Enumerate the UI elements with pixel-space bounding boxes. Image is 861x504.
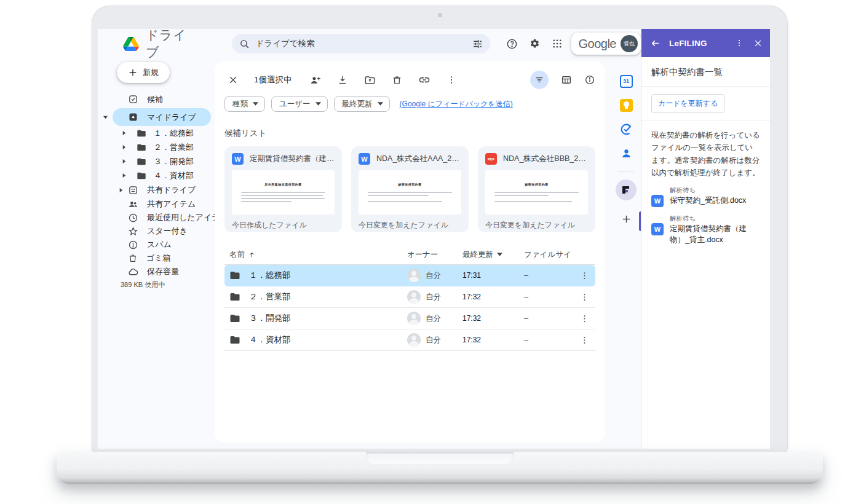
tasks-app-icon[interactable] bbox=[619, 122, 633, 136]
panel-description: 現在契約書の解析を行っているファイルの一覧を表示しています。通常契約書の解析は数… bbox=[641, 121, 770, 183]
expand-caret-icon[interactable] bbox=[103, 114, 108, 120]
add-panel-app-icon[interactable] bbox=[621, 214, 632, 227]
table-row[interactable]: ３．開発部 自分 17:32 – bbox=[224, 308, 595, 329]
search-input[interactable]: ドライブで検索 bbox=[232, 34, 490, 53]
settings-gear-icon[interactable] bbox=[529, 38, 541, 50]
get-link-icon[interactable] bbox=[418, 74, 430, 86]
table-row[interactable]: １．総務部 自分 17:31 – bbox=[224, 265, 595, 286]
star-icon bbox=[128, 226, 138, 237]
delete-icon[interactable] bbox=[392, 75, 402, 85]
share-person-add-icon[interactable] bbox=[309, 74, 321, 86]
panel-title: LeFILING bbox=[669, 39, 707, 48]
google-account-pill[interactable]: Google 哲也 bbox=[571, 33, 641, 55]
row-modified: 17:32 bbox=[462, 336, 524, 344]
filter-chip-user[interactable]: ユーザー bbox=[271, 96, 328, 112]
help-icon[interactable] bbox=[506, 38, 518, 50]
info-icon[interactable] bbox=[584, 74, 595, 85]
row-menu-icon[interactable] bbox=[573, 336, 595, 345]
suggested-file-card[interactable]: W 定期賃貸借契約書（建物）_貸... 居住用建物賃貸借契約書 今日作成したファ… bbox=[224, 146, 342, 232]
preview-doc-title: 秘密保持契約書 bbox=[398, 183, 422, 186]
filter-chip-type[interactable]: 種類 bbox=[224, 96, 265, 112]
suggested-file-card[interactable]: PDF NDA_株式会社BBB_230XXX.... 秘密保持契約書 今日変更を… bbox=[478, 146, 595, 232]
file-name: 保守契約_受託側.docx bbox=[670, 195, 746, 207]
sidebar-item-my-drive[interactable]: マイドライブ bbox=[113, 108, 211, 126]
row-menu-icon[interactable] bbox=[573, 293, 595, 302]
row-name-cell: １．総務部 bbox=[224, 270, 407, 281]
sort-ascending-icon bbox=[248, 251, 255, 258]
sidebar-item-label: 候補 bbox=[147, 94, 163, 105]
sidebar-item-trash[interactable]: ゴミ箱 bbox=[113, 251, 215, 265]
sidebar-folder-eigyo[interactable]: ２．営業部 bbox=[113, 140, 215, 154]
sidebar-folder-soumu[interactable]: １．総務部 bbox=[113, 126, 215, 140]
column-modified[interactable]: 最終更新 bbox=[462, 250, 524, 260]
collapsed-caret-icon[interactable] bbox=[121, 173, 127, 178]
card-header: W NDA_株式会社AAA_230XXX .... bbox=[359, 153, 461, 165]
card-caption: 今日変更を加えたファイル bbox=[359, 220, 461, 230]
lefiling-side-panel: LeFILING 解析中契約書一覧 カードを更新する 現在契約書の解析を行ってい… bbox=[641, 29, 770, 449]
card-caption: 今日変更を加えたファイル bbox=[485, 220, 588, 230]
my-drive-icon bbox=[128, 112, 138, 122]
row-menu-icon[interactable] bbox=[573, 271, 595, 280]
refresh-cards-button[interactable]: カードを更新する bbox=[651, 94, 724, 113]
collapsed-caret-icon[interactable] bbox=[121, 144, 127, 150]
analyzing-file-item[interactable]: W 解析待ち 保守契約_受託側.docx bbox=[651, 186, 760, 207]
back-arrow-icon[interactable] bbox=[650, 38, 661, 49]
sidebar-item-recent[interactable]: 最近使用したアイテム bbox=[113, 211, 215, 224]
collapsed-caret-icon[interactable] bbox=[121, 159, 127, 164]
owner-avatar bbox=[407, 333, 421, 347]
laptop-mockup: ドライブ ドライブで検索 bbox=[0, 0, 861, 504]
sidebar-item-shared-with-me[interactable]: 共有アイテム bbox=[113, 197, 215, 211]
drive-brand[interactable]: ドライブ bbox=[123, 29, 195, 61]
search-placeholder: ドライブで検索 bbox=[256, 38, 472, 49]
apps-grid-icon[interactable] bbox=[552, 38, 563, 49]
column-size[interactable]: ファイルサイ bbox=[524, 250, 573, 260]
more-actions-icon[interactable] bbox=[446, 75, 456, 85]
folder-icon bbox=[137, 171, 146, 181]
row-owner-cell: 自分 bbox=[407, 290, 462, 304]
clear-selection-icon[interactable] bbox=[228, 75, 238, 85]
move-to-folder-icon[interactable] bbox=[364, 74, 376, 86]
folder-icon bbox=[229, 313, 240, 324]
sidebar-folder-kaihatsu[interactable]: ３．開発部 bbox=[113, 154, 215, 168]
collapsed-caret-icon[interactable] bbox=[118, 187, 124, 193]
sidebar-item-suggested[interactable]: 候補 bbox=[113, 90, 211, 108]
column-name[interactable]: 名前 bbox=[224, 250, 407, 260]
sort-direction-icon bbox=[497, 253, 502, 256]
google-drive-app: ドライブ ドライブで検索 bbox=[98, 29, 641, 449]
selection-count: 1個選択中 bbox=[254, 74, 292, 85]
new-button[interactable]: 新規 bbox=[117, 62, 170, 83]
sidebar-item-starred[interactable]: スター付き bbox=[113, 224, 215, 238]
calendar-app-icon[interactable]: 31 bbox=[619, 74, 633, 88]
panel-close-icon[interactable] bbox=[753, 39, 763, 48]
folder-icon bbox=[137, 143, 146, 152]
table-row[interactable]: ４．資材部 自分 17:32 – bbox=[224, 329, 595, 351]
chip-label: 最終更新 bbox=[342, 99, 373, 109]
lefiling-extension-icon[interactable] bbox=[616, 179, 637, 200]
filter-chip-modified[interactable]: 最終更新 bbox=[334, 96, 390, 112]
sidebar-item-storage[interactable]: 保存容量 bbox=[113, 265, 215, 278]
collapsed-caret-icon[interactable] bbox=[121, 130, 127, 136]
search-options-icon[interactable] bbox=[472, 39, 483, 49]
keep-app-icon[interactable] bbox=[619, 98, 633, 112]
table-row[interactable]: ２．営業部 自分 17:32 – bbox=[224, 286, 595, 308]
trash-icon bbox=[128, 253, 138, 263]
sidebar-item-shared-drives[interactable]: 共有ドライブ bbox=[113, 183, 211, 197]
panel-section-title: 解析中契約書一覧 bbox=[651, 66, 760, 78]
suggested-file-card[interactable]: W NDA_株式会社AAA_230XXX .... 秘密保持契約書 今日変更を加… bbox=[351, 146, 469, 232]
download-icon[interactable] bbox=[337, 74, 348, 85]
google-wordmark: Google bbox=[579, 37, 617, 51]
panel-more-icon[interactable] bbox=[735, 39, 744, 47]
row-modified: 17:31 bbox=[462, 271, 524, 280]
contacts-app-icon[interactable] bbox=[619, 146, 633, 160]
sidebar-folder-shizai[interactable]: ４．資材部 bbox=[113, 168, 215, 183]
analyzing-file-item[interactable]: W 解析待ち 定期賃貸借契約書（建物）_貸主.docx bbox=[651, 215, 760, 245]
row-menu-icon[interactable] bbox=[573, 314, 595, 323]
sidebar-item-spam[interactable]: スパム bbox=[113, 238, 215, 251]
filter-button-active[interactable] bbox=[530, 71, 549, 89]
sidebar-item-label: マイドライブ bbox=[147, 112, 196, 123]
list-layout-icon[interactable] bbox=[561, 74, 572, 85]
account-avatar[interactable]: 哲也 bbox=[621, 35, 638, 52]
send-feedback-link[interactable]: (Google にフィードバックを送信) bbox=[400, 99, 513, 109]
drive-body: 新規 候補 bbox=[98, 58, 641, 449]
column-owner[interactable]: オーナー bbox=[407, 250, 462, 260]
